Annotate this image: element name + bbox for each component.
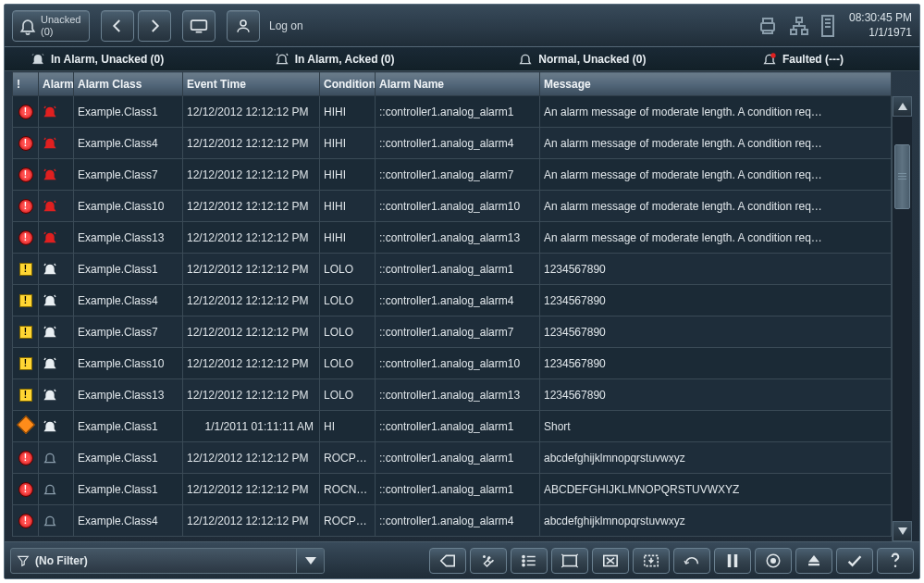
svg-rect-23	[808, 564, 819, 565]
svg-point-12	[523, 555, 524, 557]
nav-back-button[interactable]	[101, 10, 134, 42]
pause-button[interactable]	[714, 548, 751, 574]
user-button[interactable]	[227, 10, 260, 42]
cell-severity	[13, 285, 39, 316]
select-downward-button[interactable]	[633, 548, 670, 574]
arrow-left-icon	[109, 18, 126, 34]
nav-forward-button[interactable]	[138, 10, 171, 42]
tab-normal-unacked[interactable]: Normal, Unacked (0)	[518, 52, 762, 67]
reset-button[interactable]	[673, 548, 710, 574]
col-alarm[interactable]: Alarm	[39, 72, 74, 96]
bell-icon	[18, 17, 37, 35]
table-row[interactable]: Example.Class1312/12/2012 12:12:12 PMHIH…	[13, 222, 892, 254]
user-icon	[235, 18, 252, 34]
col-event-time[interactable]: Event Time	[183, 72, 320, 96]
question-icon	[889, 552, 902, 569]
scroll-up-button[interactable]	[893, 96, 912, 117]
svg-rect-3	[796, 18, 802, 22]
logon-label[interactable]: Log on	[269, 19, 303, 32]
cell-severity	[13, 222, 39, 254]
cell-condition: HIHI	[320, 96, 376, 128]
cell-message: 1234567890	[540, 348, 892, 379]
cell-time: 12/12/2012 12:12:12 PM	[183, 128, 320, 159]
table-row[interactable]: Example.Class112/12/2012 12:12:12 PMROCN…	[13, 474, 892, 505]
svg-point-7	[770, 53, 775, 57]
clock: 08:30:45 PM 1/1/1971	[849, 11, 912, 40]
cell-class: Example.Class10	[74, 191, 183, 222]
scroll-thumb[interactable]	[894, 144, 910, 209]
select-button[interactable]	[551, 548, 588, 574]
table-row[interactable]: Example.Class11/1/2011 01:11:11 AMHI::co…	[13, 411, 892, 442]
scroll-track[interactable]	[893, 117, 912, 521]
record-button[interactable]	[755, 548, 792, 574]
col-message[interactable]: Message	[540, 72, 892, 96]
severity-red-icon	[18, 230, 33, 245]
table-row[interactable]: Example.Class712/12/2012 12:12:12 PMHIHI…	[13, 159, 892, 191]
table-row[interactable]: Example.Class712/12/2012 12:12:12 PMLOLO…	[13, 316, 892, 348]
help-button[interactable]	[877, 548, 914, 574]
col-alarm-class[interactable]: Alarm Class	[74, 72, 183, 96]
cell-message: 1234567890	[540, 285, 892, 316]
table-row[interactable]: Example.Class412/12/2012 12:12:12 PMHIHI…	[13, 128, 892, 159]
cell-alarm-name: ::controller1.analog_alarm4	[376, 128, 540, 159]
vertical-scrollbar[interactable]	[892, 96, 912, 541]
cell-condition: HIHI	[320, 128, 376, 159]
col-alarm-name[interactable]: Alarm Name	[376, 72, 540, 96]
triangle-down-icon	[305, 557, 316, 564]
cell-time: 12/12/2012 12:12:12 PM	[183, 316, 320, 348]
ack-button[interactable]	[836, 548, 873, 574]
scroll-down-button[interactable]	[893, 521, 912, 541]
filter-dropdown-button[interactable]	[296, 549, 324, 573]
cell-alarm-icon	[39, 442, 74, 474]
table-row[interactable]: Example.Class1012/12/2012 12:12:12 PMHIH…	[13, 191, 892, 222]
settings-button[interactable]	[470, 548, 507, 574]
monitor-icon	[190, 19, 208, 33]
cell-time: 12/12/2012 12:12:12 PM	[183, 254, 320, 285]
cell-message: 1234567890	[540, 379, 892, 411]
col-severity[interactable]: !	[13, 72, 39, 96]
list-button[interactable]	[511, 548, 548, 574]
display-button[interactable]	[182, 10, 216, 42]
tab-faulted[interactable]: Faulted (---)	[762, 52, 910, 67]
cell-time: 12/12/2012 12:12:12 PM	[183, 442, 320, 474]
bell-white-icon	[43, 293, 57, 308]
severity-orange-icon	[17, 416, 35, 434]
severity-red-icon	[18, 514, 33, 528]
cell-severity	[13, 442, 39, 474]
bell-icon	[518, 52, 533, 67]
svg-rect-18	[728, 554, 732, 567]
eject-button[interactable]	[795, 548, 832, 574]
table-row[interactable]: Example.Class112/12/2012 12:12:12 PMHIHI…	[13, 96, 892, 128]
severity-red-icon	[18, 482, 33, 497]
cell-time: 12/12/2012 12:12:12 PM	[183, 222, 320, 254]
cell-class: Example.Class1	[74, 442, 183, 474]
svg-rect-2	[761, 23, 774, 31]
controller-icon	[819, 14, 836, 38]
cell-alarm-name: ::controller1.analog_alarm4	[376, 505, 540, 537]
cell-class: Example.Class1	[74, 411, 183, 442]
table-row[interactable]: Example.Class112/12/2012 12:12:12 PMROCP…	[13, 442, 892, 474]
tab-inalarm-unacked[interactable]: In Alarm, Unacked (0)	[31, 52, 275, 67]
cell-message: Short	[540, 411, 892, 442]
cell-severity	[13, 316, 39, 348]
cell-severity	[13, 254, 39, 285]
unacked-summary-button[interactable]: Unacked (0)	[12, 10, 90, 42]
ack-tag-button[interactable]	[429, 548, 466, 574]
filter-combo[interactable]: (No Filter)	[10, 548, 325, 574]
table-row[interactable]: Example.Class112/12/2012 12:12:12 PMLOLO…	[13, 254, 892, 285]
tab-inalarm-acked[interactable]: In Alarm, Acked (0)	[275, 52, 519, 67]
table-row[interactable]: Example.Class412/12/2012 12:12:12 PMROCP…	[13, 505, 892, 537]
cell-alarm-name: ::controller1.analog_alarm13	[376, 379, 540, 411]
table-row[interactable]: Example.Class1312/12/2012 12:12:12 PMLOL…	[13, 379, 892, 411]
deselect-button[interactable]	[592, 548, 629, 574]
bell-ring-acked-icon	[275, 52, 290, 67]
table-row[interactable]: Example.Class412/12/2012 12:12:12 PMLOLO…	[13, 285, 892, 316]
table-row[interactable]: Example.Class1012/12/2012 12:12:12 PMLOL…	[13, 348, 892, 379]
cell-alarm-name: ::controller1.analog_alarm10	[376, 348, 540, 379]
cell-alarm-name: ::controller1.analog_alarm13	[376, 222, 540, 254]
cell-message: An alarm message of moderate length. A c…	[540, 222, 892, 254]
cell-condition: LOLO	[320, 348, 376, 379]
cell-message: An alarm message of moderate length. A c…	[540, 128, 892, 159]
col-condition[interactable]: Condition	[320, 72, 376, 96]
cell-alarm-icon	[39, 222, 74, 254]
